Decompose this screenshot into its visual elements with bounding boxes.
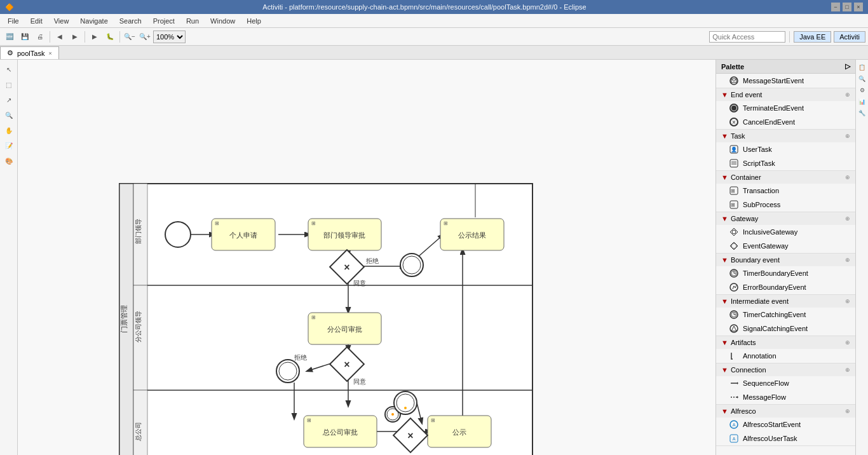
palette-item-messagestarteevent[interactable]: MessageStartEvent [716,74,855,88]
pin-intermediate[interactable]: ⊕ [845,298,850,304]
palette-section-alfresco-header[interactable]: ▼ Alfresco ⊕ [716,405,855,418]
menu-run[interactable]: Run [181,16,204,26]
left-connect-tool[interactable]: ↗ [2,93,16,107]
java-ee-button[interactable]: Java EE [794,31,831,43]
palette-section-artifacts: ▼ Artifacts ⊕ Annotation [716,336,855,363]
palette-section-gateway-header[interactable]: ▼ Gateway ⊕ [716,212,855,225]
pin-boundary[interactable]: ⊕ [845,257,850,263]
menu-search[interactable]: Search [114,16,147,26]
pin-container[interactable]: ⊕ [845,174,850,180]
left-note-tool[interactable]: 📝 [2,139,16,153]
toolbar-print[interactable]: 🖨 [33,30,47,44]
palette-label-timerboundary: TimerBoundaryEvent [743,269,808,277]
menu-bar: File Edit View Navigate Search Project R… [0,14,868,28]
palette-section-container: ▼ Container ⊕ ⊞ Transaction ⊞ SubProcess [716,171,855,212]
right-icon-1[interactable]: 📋 [857,62,867,72]
right-icon-4[interactable]: 📊 [857,97,867,107]
svg-text:同意: 同意 [353,280,366,287]
svg-text:⊞: ⊞ [307,418,311,423]
svg-point-88 [730,283,738,291]
svg-text:同意: 同意 [353,378,366,385]
pin-alfresco[interactable]: ⊕ [845,408,850,414]
left-format-tool[interactable]: 🎨 [2,154,16,168]
svg-text:拒绝: 拒绝 [365,257,379,264]
pin-connection[interactable]: ⊕ [845,367,850,373]
left-pan-tool[interactable]: ✋ [2,123,16,137]
palette-item-cancelendevent[interactable]: × CancelEndEvent [716,115,855,129]
tab-close-button[interactable]: × [48,50,51,57]
svg-text:A: A [733,423,736,427]
left-select-tool[interactable]: ↖ [2,62,16,76]
svg-point-24 [385,407,400,422]
right-icon-2[interactable]: 🔍 [857,74,867,84]
pin-end[interactable]: ⊕ [845,92,850,98]
palette-section-connection-header[interactable]: ▼ Connection ⊕ [716,363,855,376]
toolbar-back[interactable]: ◀ [53,30,67,44]
menu-window[interactable]: Window [205,16,240,26]
palette-item-errorboundary[interactable]: ErrorBoundaryEvent [716,280,855,294]
palette-section-intermediate-header[interactable]: ▼ Intermediate event ⊕ [716,295,855,308]
palette-item-signalcatching[interactable]: SignalCatchingEvent [716,322,855,336]
palette-section-boundary-header[interactable]: ▼ Boundary event ⊕ [716,254,855,266]
right-icons-panel: 📋 🔍 ⚙ 📊 🔧 [855,60,868,455]
menu-project[interactable]: Project [148,16,180,26]
palette-section-task-header[interactable]: ▼ Task ⊕ [716,130,855,142]
svg-line-15 [418,234,444,257]
menu-file[interactable]: File [3,16,24,26]
menu-view[interactable]: View [49,16,74,26]
palette-section-container-header[interactable]: ▼ Container ⊕ [716,171,855,184]
palette-item-inclusivegateway[interactable]: InclusiveGateway [716,225,855,239]
quick-access-input[interactable] [709,31,785,43]
menu-edit[interactable]: Edit [25,16,48,26]
palette-label-transaction: Transaction [743,187,779,194]
palette-item-alfrescostartvent[interactable]: A AlfrescoStartEvent [716,418,855,431]
palette-item-eventgateway[interactable]: EventGateway [716,239,855,253]
palette-item-scripttask[interactable]: ScriptTask [716,156,855,170]
toolbar-debug[interactable]: 🐛 [103,30,117,44]
palette-item-usertask[interactable]: 👤 UserTask [716,142,855,156]
section-label-task: Task [731,132,745,140]
left-marquee-tool[interactable]: ⬚ [2,78,16,92]
palette-section-end-header[interactable]: ▼ End event ⊕ [716,88,855,101]
maximize-button[interactable]: □ [843,3,851,11]
palette-item-annotation[interactable]: Annotation [716,349,855,363]
message-flow-icon [729,392,739,402]
svg-text:公示结果: 公示结果 [458,231,486,239]
palette-item-terminateendevent[interactable]: TerminateEndEvent [716,101,855,115]
palette-expand-icon[interactable]: ▷ [845,62,850,71]
palette-item-messageflow[interactable]: MessageFlow [716,390,855,404]
menu-help[interactable]: Help [241,16,266,26]
activiti-button[interactable]: Activiti [834,31,865,43]
pin-task[interactable]: ⊕ [845,133,850,139]
palette-label-messageflow: MessageFlow [743,393,786,401]
palette-item-subprocess[interactable]: ⊞ SubProcess [716,198,855,212]
palette-section-artifacts-header[interactable]: ▼ Artifacts ⊕ [716,336,855,349]
palette-label-eventgateway: EventGateway [743,242,789,250]
pin-gateway[interactable]: ⊕ [845,215,850,222]
tab-pooltask[interactable]: ⚙ poolTask × [0,46,59,59]
toolbar-forward[interactable]: ▶ [68,30,82,44]
close-button[interactable]: × [854,3,863,11]
diagram-area[interactable]: 门票管理 部门领导 分公司领导 总公司 [18,60,715,455]
toolbar-zoom-in[interactable]: 🔍+ [138,30,152,44]
right-icon-3[interactable]: ⚙ [857,85,867,95]
toolbar-zoom-out[interactable]: 🔍− [123,30,137,44]
section-label-container: Container [731,173,761,181]
toolbar-run[interactable]: ▶ [88,30,102,44]
right-icon-5[interactable]: 🔧 [857,108,867,118]
minimize-button[interactable]: − [831,3,840,11]
toolbar-save[interactable]: 💾 [18,30,32,44]
palette-item-alfrescousertask[interactable]: A AlfrescoUserTask [716,431,855,445]
palette-item-timercatching[interactable]: TimerCatchingEvent [716,308,855,322]
pin-artifacts[interactable]: ⊕ [845,339,850,346]
menu-navigate[interactable]: Navigate [75,16,112,26]
palette-item-timerboundary[interactable]: TimerBoundaryEvent [716,266,855,280]
toolbar-new[interactable]: 🆕 [3,30,17,44]
svg-marker-96 [737,382,738,384]
svg-text:分公司审批: 分公司审批 [327,325,362,333]
zoom-selector[interactable]: 100% 75% 50% 150% [153,31,186,43]
palette-item-sequenceflow[interactable]: SequenceFlow [716,376,855,390]
palette-item-transaction[interactable]: ⊞ Transaction [716,184,855,198]
left-zoom-tool[interactable]: 🔍 [2,108,16,122]
window-controls: − □ × [831,3,863,11]
